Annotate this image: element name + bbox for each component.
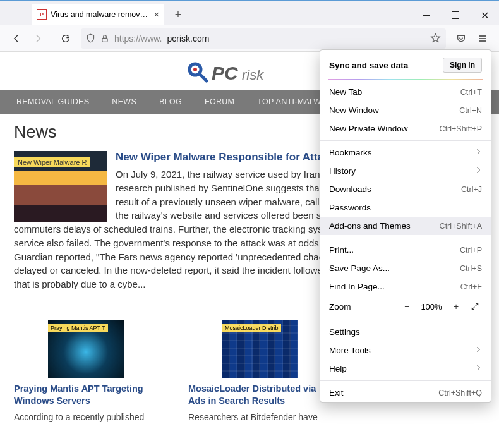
- thumbnail-caption: New Wiper Malware R: [14, 157, 90, 167]
- menu-find-in-page[interactable]: Find In Page...Ctrl+F: [320, 277, 491, 296]
- nav-item[interactable]: BLOG: [159, 97, 182, 106]
- shield-icon: [86, 33, 95, 43]
- app-menu: Sync and save data Sign In New TabCtrl+T…: [320, 49, 491, 403]
- chevron-right-icon: [474, 364, 482, 373]
- nav-item[interactable]: FORUM: [205, 97, 234, 106]
- svg-rect-0: [102, 38, 107, 42]
- maximize-button[interactable]: [441, 5, 470, 25]
- sign-in-button[interactable]: Sign In: [443, 58, 482, 73]
- svg-line-3: [200, 74, 207, 81]
- menu-zoom-row: Zoom − 100% +: [320, 296, 491, 317]
- zoom-label: Zoom: [329, 302, 395, 312]
- zoom-value: 100%: [419, 302, 444, 312]
- svg-text:risk: risk: [242, 67, 264, 83]
- menu-divider-gradient: [328, 79, 483, 80]
- svg-point-2: [193, 68, 197, 71]
- menu-separator: [320, 320, 491, 320]
- zoom-out-button[interactable]: −: [400, 300, 414, 313]
- card-body: According to a recently published: [14, 411, 158, 424]
- chevron-right-icon: [474, 346, 482, 355]
- menu-settings[interactable]: Settings: [320, 323, 491, 341]
- forward-button[interactable]: [28, 28, 48, 49]
- title-bar: P Virus and malware removal inst × + ✕: [0, 0, 499, 25]
- menu-header: Sync and save data: [329, 61, 408, 70]
- minimize-button[interactable]: [412, 5, 441, 25]
- url-bar[interactable]: https://www.pcrisk.com: [81, 28, 446, 49]
- reload-button[interactable]: [56, 28, 76, 49]
- menu-save-page[interactable]: Save Page As...Ctrl+S: [320, 259, 491, 277]
- menu-separator: [320, 140, 491, 141]
- menu-addons-themes[interactable]: Add-ons and ThemesCtrl+Shift+A: [320, 217, 491, 235]
- lock-icon: [100, 34, 109, 43]
- app-menu-button[interactable]: [472, 28, 493, 49]
- pocket-button[interactable]: [451, 28, 471, 49]
- close-tab-icon[interactable]: ×: [154, 9, 159, 20]
- tab-title: Virus and malware removal inst: [51, 10, 150, 19]
- menu-passwords[interactable]: Passwords: [320, 198, 491, 217]
- menu-more-tools[interactable]: More Tools: [320, 341, 491, 360]
- zoom-in-button[interactable]: +: [449, 300, 463, 313]
- chevron-right-icon: [474, 166, 482, 176]
- nav-item[interactable]: NEWS: [112, 97, 136, 106]
- back-button[interactable]: [6, 28, 27, 49]
- menu-print[interactable]: Print...Ctrl+P: [320, 241, 491, 259]
- menu-separator: [320, 380, 491, 381]
- menu-new-window[interactable]: New WindowCtrl+N: [320, 101, 491, 119]
- favicon-icon: P: [37, 9, 47, 20]
- chevron-right-icon: [474, 148, 482, 157]
- menu-new-tab[interactable]: New TabCtrl+T: [320, 83, 491, 101]
- menu-bookmarks[interactable]: Bookmarks: [320, 143, 491, 162]
- card-body: Researchers at Bitdefender have: [188, 411, 332, 424]
- card-title[interactable]: Praying Mantis APT Targeting Windows Ser…: [14, 383, 158, 408]
- thumbnail-caption: MosaicLoader Distrib: [222, 324, 281, 332]
- nav-item[interactable]: REMOVAL GUIDES: [16, 97, 89, 106]
- toolbar: https://www.pcrisk.com: [0, 25, 499, 52]
- close-window-button[interactable]: ✕: [470, 5, 499, 25]
- card-thumbnail[interactable]: Praying Mantis APT T: [48, 320, 124, 378]
- card-thumbnail[interactable]: MosaicLoader Distrib: [222, 320, 298, 378]
- window-controls: ✕: [412, 5, 499, 25]
- card-title[interactable]: MosaicLoader Distributed via Ads in Sear…: [188, 383, 332, 408]
- thumbnail-caption: Praying Mantis APT T: [48, 324, 108, 332]
- browser-tab[interactable]: P Virus and malware removal inst ×: [32, 4, 164, 25]
- article-card: Praying Mantis APT T Praying Mantis APT …: [14, 320, 158, 424]
- article-card: MosaicLoader Distrib MosaicLoader Distri…: [188, 320, 332, 424]
- menu-new-private-window[interactable]: New Private WindowCtrl+Shift+P: [320, 119, 491, 138]
- svg-text:PC: PC: [212, 63, 239, 83]
- menu-separator: [320, 238, 491, 238]
- bookmark-star-icon[interactable]: [430, 33, 441, 44]
- menu-downloads[interactable]: DownloadsCtrl+J: [320, 180, 491, 198]
- menu-history[interactable]: History: [320, 162, 491, 180]
- menu-exit[interactable]: ExitCtrl+Shift+Q: [320, 384, 491, 402]
- fullscreen-button[interactable]: [468, 300, 482, 313]
- url-host: pcrisk.com: [167, 33, 209, 44]
- url-scheme: https://www.: [114, 33, 162, 44]
- menu-help[interactable]: Help: [320, 360, 491, 378]
- article-thumbnail[interactable]: New Wiper Malware R: [14, 151, 107, 222]
- new-tab-button[interactable]: +: [169, 6, 187, 23]
